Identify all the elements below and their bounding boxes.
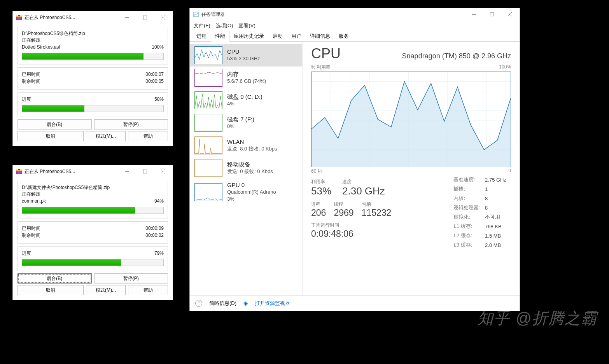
resource-monitor-link[interactable]: 打开资源监视器 <box>255 300 290 307</box>
progress-value: 58% <box>154 96 164 103</box>
file-percent: 100% <box>152 44 164 51</box>
remain-label: 剩余时间 <box>22 232 40 239</box>
stat: 进程206 <box>311 201 326 218</box>
cancel-button[interactable]: 取消 <box>18 285 84 295</box>
elapsed-value: 00:00:09 <box>145 225 164 232</box>
spec-row: 基准速度:2.75 GHz <box>453 175 510 184</box>
window-title: 任务管理器 <box>201 11 225 18</box>
maximize-button[interactable] <box>136 166 154 177</box>
pause-button[interactable]: 暂停(P) <box>94 273 168 284</box>
file-percent: 94% <box>154 198 164 205</box>
titlebar[interactable]: 任务管理器 <box>190 8 520 21</box>
elapsed-label: 已用时间 <box>22 71 40 78</box>
menu-item[interactable]: 选项(O) <box>216 22 233 29</box>
spec-row: 逻辑处理器:8 <box>453 203 510 212</box>
file-progressbar <box>22 207 164 214</box>
elapsed-value: 00:00:07 <box>145 71 164 78</box>
minimize-button[interactable] <box>465 9 483 20</box>
tab[interactable]: 服务 <box>334 31 353 42</box>
svg-rect-14 <box>194 12 198 17</box>
sidebar-item[interactable]: CPU53% 2.30 GHz <box>190 44 302 66</box>
tab[interactable]: 启动 <box>268 31 287 42</box>
background-button[interactable]: 后台(B) <box>18 119 92 130</box>
titlebar[interactable]: 正在从 PhotoshopCS5... <box>13 165 173 178</box>
maximize-button[interactable] <box>136 12 154 23</box>
sidebar-item[interactable]: WLAN发送: 8.0 接收: 0 Kbps <box>190 134 302 157</box>
svg-rect-4 <box>143 16 147 19</box>
stat: 速度2.30 GHz <box>342 178 385 197</box>
progress-label: 进度 <box>22 96 31 103</box>
app-icon <box>16 14 22 21</box>
menu-item[interactable]: 查看(V) <box>238 22 255 29</box>
mode-button[interactable]: 模式(M)... <box>86 131 126 141</box>
app-icon <box>16 168 22 175</box>
app-icon <box>193 11 199 18</box>
spec-row: L1 缓存:768 KB <box>453 222 510 231</box>
file-progressbar <box>22 53 164 60</box>
status-text: 正在解压 <box>22 191 164 198</box>
progress-value: 79% <box>154 250 164 257</box>
close-button[interactable] <box>501 9 519 20</box>
spec-row: 插槽:1 <box>453 185 510 193</box>
file-group: D:\新建文件夹\PhotoshopCS5绿色精简.zip 正在解压 commo… <box>18 181 168 219</box>
svg-rect-11 <box>143 170 147 173</box>
chevron-up-icon[interactable]: ⌃ <box>195 300 202 307</box>
stat: 句柄115232 <box>362 201 392 218</box>
menu-item[interactable]: 文件(F) <box>194 22 210 29</box>
sidebar-item[interactable]: 磁盘 0 (C: D:)4% <box>190 89 302 112</box>
cancel-button[interactable]: 取消 <box>18 131 84 141</box>
stat: 利用率53% <box>311 178 331 197</box>
uptime-value: 0:09:48:06 <box>311 229 437 239</box>
sidebar-item[interactable]: 内存5.6/7.6 GB (74%) <box>190 66 302 89</box>
close-button[interactable] <box>154 12 172 23</box>
tab[interactable]: 性能 <box>211 31 229 42</box>
task-manager-window: 任务管理器 文件(F)选项(O)查看(V) 进程性能应用历史记录启动用户详细信息… <box>189 8 520 311</box>
sidebar-item[interactable]: 移动设备发送: 0 接收: 0 Kbps <box>190 157 302 179</box>
svg-rect-16 <box>490 12 494 16</box>
total-progressbar <box>22 105 164 112</box>
y-axis-max: 100% <box>499 64 511 71</box>
close-button[interactable] <box>154 166 172 177</box>
mode-button[interactable]: 模式(M)... <box>86 285 126 295</box>
current-file: common.pk <box>22 198 46 205</box>
file-group: D:\PhotoshopCS5绿色精简.zip 正在解压 Dotted Stro… <box>18 27 168 65</box>
sidebar-item[interactable]: 磁盘 7 (F:)0% <box>190 112 302 134</box>
spec-row: L3 缓存:2.0 MB <box>453 241 510 249</box>
cpu-graph <box>311 72 511 167</box>
svg-rect-9 <box>18 169 20 170</box>
total-progressbar <box>22 259 164 266</box>
help-button[interactable]: 帮助 <box>128 131 168 141</box>
svg-rect-2 <box>18 15 20 16</box>
resource-title: CPU <box>311 46 341 62</box>
spec-row: 虚拟化:不可用 <box>453 213 510 221</box>
progress-label: 进度 <box>22 250 31 257</box>
current-file: Dotted Strokes.asl <box>22 44 60 51</box>
winrar-dialog-1: 正在从 PhotoshopCS5... D:\PhotoshopCS5绿色精简.… <box>12 11 173 146</box>
sidebar: CPU53% 2.30 GHz内存5.6/7.6 GB (74%)磁盘 0 (C… <box>190 42 303 295</box>
pause-button[interactable]: 暂停(P) <box>94 119 168 130</box>
tab[interactable]: 应用历史记录 <box>229 31 268 42</box>
titlebar[interactable]: 正在从 PhotoshopCS5... <box>13 11 173 24</box>
menubar: 文件(F)选项(O)查看(V) <box>190 21 520 31</box>
remain-label: 剩余时间 <box>22 78 40 85</box>
tab[interactable]: 详细信息 <box>306 31 334 42</box>
y-axis-label: % 利用率 <box>311 64 331 71</box>
background-button[interactable]: 后台(B) <box>18 273 92 284</box>
minimize-button[interactable] <box>118 166 136 177</box>
svg-marker-19 <box>312 81 511 167</box>
x-axis-right: 0 <box>508 168 511 175</box>
elapsed-label: 已用时间 <box>22 225 40 232</box>
sidebar-item[interactable]: GPU 0Qualcomm(R) Adreno3% <box>190 179 302 205</box>
tab-row: 进程性能应用历史记录启动用户详细信息服务 <box>190 31 520 42</box>
tab[interactable]: 用户 <box>287 31 306 42</box>
tab[interactable]: 进程 <box>192 31 211 42</box>
archive-path: D:\新建文件夹\PhotoshopCS5绿色精简.zip <box>22 184 164 191</box>
spec-row: 内核:8 <box>453 194 510 203</box>
maximize-button[interactable] <box>483 9 501 20</box>
remain-value: 00:00:02 <box>145 232 164 239</box>
minimize-button[interactable] <box>118 12 136 23</box>
fewer-details-link[interactable]: 简略信息(D) <box>209 300 236 307</box>
status-text: 正在解压 <box>22 37 164 44</box>
help-button[interactable]: 帮助 <box>128 285 168 295</box>
activity-icon: ◉ <box>243 300 248 306</box>
